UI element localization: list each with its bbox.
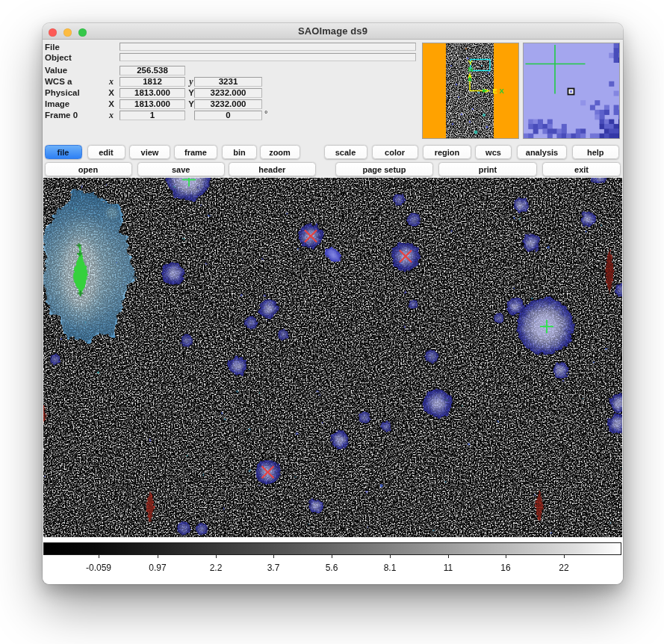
- action-print[interactable]: print: [438, 162, 537, 176]
- colorbar-tick-label: 2.2: [190, 563, 242, 573]
- physical-y-value[interactable]: 3232.000: [194, 88, 262, 98]
- frame-x-letter: x: [106, 111, 117, 120]
- panner-compass-x: X: [500, 87, 505, 95]
- image-x-letter: X: [106, 99, 117, 109]
- info-row-value: Value 256.538: [43, 66, 461, 75]
- action-exit[interactable]: exit: [542, 162, 621, 176]
- file-label: File: [45, 43, 60, 52]
- colorbar-tick: [216, 555, 217, 558]
- info-row-image: Image X 1813.000 Y 3232.000: [43, 99, 461, 109]
- info-row-wcs: WCS a x 1812 y 3231: [43, 77, 461, 87]
- menu-zoom[interactable]: zoom: [260, 145, 300, 159]
- info-row-file: File: [43, 43, 461, 52]
- physical-label: Physical: [45, 88, 80, 98]
- info-panel: File Object Value 256.538 WCS a x 1812 y…: [43, 40, 623, 142]
- colorbar-tick: [332, 555, 332, 558]
- info-row-frame: Frame 0 x 1 0 °: [43, 111, 461, 120]
- action-open[interactable]: open: [45, 162, 132, 176]
- wcs-x-value[interactable]: 1812: [120, 77, 185, 87]
- ds9-window: SAOImage ds9 File Object Value 256.538 W…: [43, 23, 623, 584]
- frame-y-value[interactable]: 0: [194, 111, 262, 120]
- object-label: Object: [45, 53, 72, 63]
- info-row-object: Object: [43, 53, 461, 63]
- title-bar[interactable]: SAOImage ds9: [43, 23, 623, 40]
- colorbar-tick-label: -0.059: [72, 563, 125, 573]
- colorbar-tick: [448, 555, 449, 558]
- colorbar-tick-label: 22: [538, 563, 590, 573]
- menu-region[interactable]: region: [423, 145, 471, 159]
- wcs-label: WCS a: [45, 77, 72, 87]
- object-value[interactable]: [120, 53, 416, 61]
- colorbar-tick-label: 8.1: [364, 563, 416, 573]
- menu-edit[interactable]: edit: [87, 145, 125, 159]
- value-label: Value: [45, 66, 67, 75]
- magnifier-center-pixel: [568, 89, 574, 95]
- menu-help[interactable]: help: [572, 145, 619, 159]
- image-y-value[interactable]: 3232.000: [194, 99, 262, 109]
- menu-analysis[interactable]: analysis: [517, 145, 567, 159]
- image-x-value[interactable]: 1813.000: [120, 99, 185, 109]
- wcs-y-value[interactable]: 3231: [194, 77, 262, 87]
- colorbar-tick: [564, 555, 565, 558]
- menu-wcs[interactable]: wcs: [475, 145, 512, 159]
- colorbar-gradient[interactable]: [43, 542, 621, 555]
- colorbar-section: -0.0590.972.23.75.68.1111622: [43, 537, 623, 584]
- colorbar-tick-label: 0.97: [131, 563, 184, 573]
- colorbar-tick: [99, 555, 99, 558]
- menu-bin[interactable]: bin: [222, 145, 257, 159]
- wcs-x-letter: x: [106, 77, 117, 87]
- colorbar-tick-label: 11: [422, 563, 474, 573]
- colorbar-tick: [273, 555, 274, 558]
- action-header[interactable]: header: [229, 162, 317, 176]
- info-row-physical: Physical X 1813.000 Y 3232.000: [43, 88, 461, 98]
- colorbar-tick: [390, 555, 391, 558]
- magnifier[interactable]: [523, 43, 620, 139]
- colorbar-tick-label: 3.7: [247, 563, 300, 573]
- window-title: SAOImage ds9: [43, 23, 623, 40]
- value-value[interactable]: 256.538: [120, 66, 185, 75]
- image-canvas[interactable]: [43, 178, 622, 537]
- menu-scale[interactable]: scale: [324, 145, 367, 159]
- panner-compass-e: E: [493, 87, 497, 95]
- panner[interactable]: Y N E X: [422, 43, 519, 139]
- action-save[interactable]: save: [137, 162, 226, 176]
- file-value[interactable]: [120, 43, 416, 51]
- menu-view[interactable]: view: [129, 145, 170, 159]
- colorbar-tick: [158, 555, 158, 558]
- panner-compass-n: N: [468, 65, 474, 73]
- menu-color[interactable]: color: [372, 145, 418, 159]
- colorbar-tick: [506, 555, 506, 558]
- frame-label: Frame 0: [45, 111, 78, 120]
- image-label: Image: [45, 99, 69, 109]
- menu-frame[interactable]: frame: [174, 145, 217, 159]
- image-noise: [43, 178, 622, 537]
- physical-x-value[interactable]: 1813.000: [120, 88, 185, 98]
- frame-x-value[interactable]: 1: [120, 111, 185, 120]
- colorbar-tick-label: 5.6: [305, 563, 358, 573]
- physical-x-letter: X: [106, 88, 117, 98]
- action-page-setup[interactable]: page setup: [335, 162, 433, 176]
- colorbar-tick-label: 16: [480, 563, 532, 573]
- menu-file[interactable]: file: [45, 145, 82, 159]
- degree-symbol: °: [264, 109, 267, 118]
